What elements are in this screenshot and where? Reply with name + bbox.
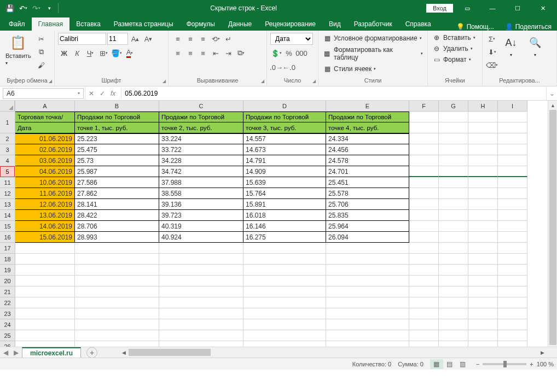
cell[interactable]	[498, 122, 527, 133]
qat-customize-icon[interactable]: ▾	[43, 2, 56, 15]
cell[interactable]: 14.06.2019	[15, 221, 75, 232]
cell[interactable]: 24.334	[326, 133, 409, 144]
row-header[interactable]: 12	[0, 188, 15, 199]
horizontal-scrollbar[interactable]: ◀ ▶	[119, 348, 547, 357]
cell[interactable]: 14.673	[243, 144, 326, 155]
redo-icon[interactable]: ↷▾	[30, 2, 43, 15]
cell[interactable]	[468, 144, 498, 155]
autosum-icon[interactable]: Σ▾	[486, 33, 498, 45]
cell[interactable]	[439, 330, 468, 341]
view-normal-icon[interactable]: ▦	[430, 359, 443, 369]
decrease-font-icon[interactable]: A▾	[142, 33, 154, 45]
col-header-E[interactable]: E	[326, 101, 409, 112]
cell[interactable]	[468, 286, 498, 297]
cell[interactable]	[159, 276, 243, 286]
row-header[interactable]: 13	[0, 199, 15, 210]
hscroll-thumb[interactable]	[129, 349, 211, 356]
col-header-A[interactable]: A	[15, 101, 75, 112]
cell[interactable]	[409, 133, 439, 144]
cell[interactable]	[468, 188, 498, 199]
cell[interactable]	[439, 199, 468, 210]
view-pagebreak-icon[interactable]: ▥	[456, 359, 469, 369]
cell[interactable]	[75, 265, 159, 276]
row-header[interactable]: 22	[0, 297, 15, 308]
cell[interactable]	[409, 144, 439, 155]
cell[interactable]	[409, 232, 439, 243]
undo-icon[interactable]: ↶▾	[16, 2, 30, 15]
cell[interactable]: 28.422	[75, 210, 159, 221]
cell[interactable]	[468, 112, 498, 122]
col-header-F[interactable]: F	[409, 101, 439, 112]
format-painter-icon[interactable]: 🖌	[36, 59, 48, 71]
cell[interactable]	[326, 286, 409, 297]
cell[interactable]: 34.228	[159, 155, 243, 166]
cell[interactable]: 39.723	[159, 210, 243, 221]
tab-formulas[interactable]: Формулы	[180, 17, 222, 31]
insert-cells-button[interactable]: ⊕Вставить▾	[431, 33, 479, 43]
sheet-nav-prev-icon[interactable]: ◀	[3, 349, 8, 356]
col-header-C[interactable]: C	[159, 101, 243, 112]
zoom-slider[interactable]	[483, 363, 526, 365]
close-icon[interactable]: ✕	[532, 2, 554, 15]
cell[interactable]	[409, 254, 439, 265]
cell[interactable]	[468, 319, 498, 330]
cell[interactable]: Продажи по Торговой	[326, 112, 409, 122]
row-header[interactable]: 19	[0, 265, 15, 276]
cell[interactable]	[468, 199, 498, 210]
cell[interactable]	[409, 188, 439, 199]
zoom-level[interactable]: 100 %	[537, 361, 554, 367]
cell[interactable]	[468, 308, 498, 319]
cell[interactable]: 27.586	[75, 177, 159, 188]
row-header[interactable]: 23	[0, 308, 15, 319]
cell[interactable]	[439, 144, 468, 155]
cancel-formula-icon[interactable]: ✕	[89, 90, 94, 97]
cell[interactable]	[243, 286, 326, 297]
increase-indent-icon[interactable]: ⇥	[222, 47, 234, 59]
cell[interactable]: 15.06.2019	[15, 232, 75, 243]
cell[interactable]	[439, 112, 468, 122]
cell[interactable]	[498, 188, 527, 199]
cell[interactable]	[498, 286, 527, 297]
align-middle-icon[interactable]: ≡	[184, 33, 196, 45]
cell[interactable]: 40.319	[159, 221, 243, 232]
cell[interactable]	[439, 232, 468, 243]
increase-font-icon[interactable]: A▴	[129, 33, 141, 45]
cell[interactable]: 15.639	[243, 177, 326, 188]
cell[interactable]	[75, 276, 159, 286]
cell[interactable]: 12.06.2019	[15, 199, 75, 210]
cell[interactable]	[159, 330, 243, 341]
cell[interactable]	[439, 210, 468, 221]
cell[interactable]: 25.835	[326, 210, 409, 221]
zoom-out-icon[interactable]: −	[476, 361, 479, 367]
scroll-right-icon[interactable]: ▶	[538, 348, 547, 357]
cell[interactable]	[439, 265, 468, 276]
conditional-formatting-button[interactable]: ▦Условное форматирование▾	[322, 33, 424, 44]
cell[interactable]	[75, 243, 159, 254]
delete-cells-button[interactable]: ⊖Удалить▾	[431, 44, 479, 54]
cell[interactable]	[15, 297, 75, 308]
cell[interactable]: 25.964	[326, 221, 409, 232]
view-pagelayout-icon[interactable]: ▤	[443, 359, 456, 369]
cell[interactable]	[326, 254, 409, 265]
cell[interactable]: Дата	[15, 122, 75, 133]
cell[interactable]	[409, 265, 439, 276]
cell[interactable]: 14.909	[243, 166, 326, 177]
cell[interactable]	[409, 286, 439, 297]
formula-input[interactable]	[121, 88, 546, 99]
cell[interactable]	[498, 210, 527, 221]
cell[interactable]: точке 2, тыс. руб.	[159, 122, 243, 133]
italic-button[interactable]: К	[71, 47, 83, 59]
cell[interactable]: 28.993	[75, 232, 159, 243]
cell[interactable]: 33.224	[159, 133, 243, 144]
cell[interactable]: 28.706	[75, 221, 159, 232]
tab-developer[interactable]: Разработчик	[347, 17, 399, 31]
cell[interactable]: 33.722	[159, 144, 243, 155]
cell[interactable]	[159, 265, 243, 276]
cell[interactable]	[409, 330, 439, 341]
tab-file[interactable]: Файл	[2, 17, 32, 31]
cell[interactable]	[159, 286, 243, 297]
cell[interactable]	[409, 112, 439, 122]
cell[interactable]	[243, 319, 326, 330]
cell[interactable]	[498, 319, 527, 330]
font-color-icon[interactable]: A▾	[124, 47, 136, 59]
